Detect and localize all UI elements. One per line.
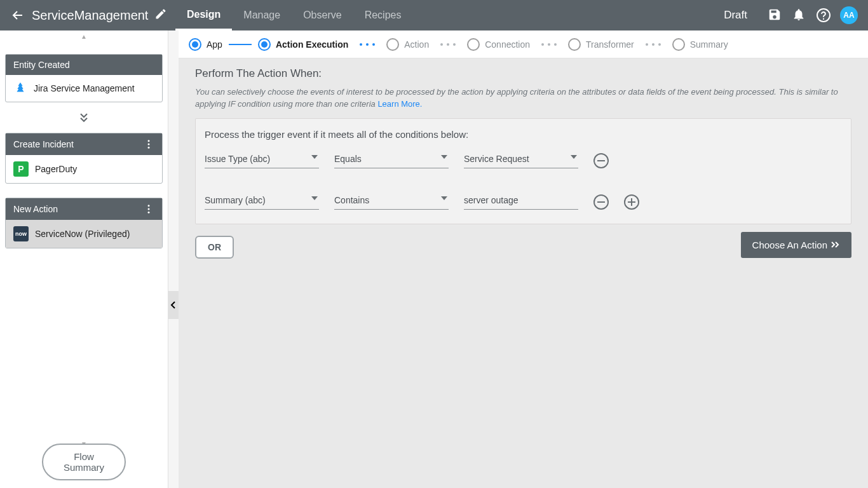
- dropdown-caret-icon: [571, 155, 577, 159]
- svg-point-4: [148, 205, 150, 207]
- step-action-execution[interactable]: Action Execution: [258, 38, 348, 51]
- value-value: Service Request: [464, 151, 578, 168]
- workflow-title: ServiceManagement: [32, 8, 148, 23]
- conditions-box: Process the trigger event if it meets al…: [195, 118, 851, 224]
- step-label: Transformer: [586, 39, 634, 50]
- conditions-title: Process the trigger event if it meets al…: [205, 129, 842, 140]
- menu-dots-icon[interactable]: [143, 139, 154, 150]
- dropdown-caret-icon: [311, 155, 318, 159]
- choose-action-label: Choose An Action: [752, 240, 827, 250]
- flow-card-header: Create Incident: [6, 133, 162, 155]
- jira-icon: [13, 81, 27, 95]
- flow-card-title: Create Incident: [13, 139, 74, 149]
- help-icon[interactable]: [816, 8, 831, 23]
- step-summary[interactable]: Summary: [672, 38, 728, 51]
- step-label: Action Execution: [276, 39, 348, 50]
- flow-card-app: ServiceNow (Privileged): [35, 229, 130, 239]
- content-area: App Action Execution Action Connection T…: [179, 30, 868, 488]
- value-input[interactable]: [464, 193, 578, 210]
- remove-row-button[interactable]: [593, 153, 609, 168]
- step-connector-line: [229, 44, 252, 45]
- choose-action-button[interactable]: Choose An Action: [741, 232, 851, 258]
- step-transformer[interactable]: Transformer: [568, 38, 634, 51]
- topbar: ServiceManagement Design Manage Observe …: [0, 0, 868, 30]
- attribute-value: Issue Type (abc): [205, 151, 319, 168]
- double-chevron-right-icon: [831, 241, 840, 248]
- flow-card-app: PagerDuty: [35, 164, 77, 174]
- step-circle-icon: [672, 38, 685, 51]
- back-arrow-icon[interactable]: [10, 8, 25, 23]
- topbar-tabs: Design Manage Observe Recipes: [175, 0, 724, 30]
- flow-card-trigger[interactable]: Entity Created Jira Service Management: [5, 54, 163, 102]
- scroll-up-arrow-icon[interactable]: ▲: [0, 30, 168, 43]
- step-label: Connection: [485, 39, 530, 50]
- step-label: Action: [404, 39, 429, 50]
- flow-card-new-action[interactable]: New Action now ServiceNow (Privileged): [5, 198, 163, 248]
- flow-summary-button[interactable]: Flow Summary: [42, 444, 126, 480]
- step-app[interactable]: App: [189, 38, 222, 51]
- chevron-down-icon: [5, 102, 163, 133]
- edit-icon[interactable]: [154, 8, 170, 23]
- flow-card-body: P PagerDuty: [6, 155, 162, 183]
- save-icon[interactable]: [768, 8, 783, 23]
- condition-row: Issue Type (abc) Equals Service Request: [205, 151, 842, 168]
- svg-point-3: [148, 147, 150, 149]
- condition-row: Summary (abc) Contains: [205, 193, 842, 210]
- operator-dropdown[interactable]: Equals: [334, 151, 449, 168]
- flow-card-header: Entity Created: [6, 55, 162, 75]
- workflow-status: Draft: [724, 9, 747, 22]
- bell-icon[interactable]: [792, 8, 807, 23]
- remove-row-button[interactable]: [593, 194, 609, 210]
- sidebar: ▲ Entity Created Jira Service Management: [0, 30, 168, 488]
- step-circle-icon: [467, 38, 480, 51]
- step-circle-icon: [258, 38, 271, 51]
- attribute-value: Summary (abc): [205, 193, 319, 209]
- svg-rect-8: [597, 201, 605, 203]
- panel-heading: Perform The Action When:: [195, 67, 851, 80]
- step-connector-dots: [355, 43, 380, 46]
- svg-point-1: [148, 140, 150, 142]
- step-label: App: [207, 39, 222, 50]
- tab-design[interactable]: Design: [175, 0, 232, 30]
- tab-manage[interactable]: Manage: [232, 0, 292, 30]
- step-connector-dots: [536, 43, 562, 46]
- attribute-dropdown[interactable]: Issue Type (abc): [205, 151, 319, 168]
- step-connector-dots: [435, 43, 461, 46]
- operator-value: Equals: [334, 151, 449, 168]
- dropdown-caret-icon: [311, 196, 318, 200]
- svg-point-2: [148, 144, 150, 146]
- add-row-button[interactable]: [624, 194, 639, 210]
- main-layout: ▲ Entity Created Jira Service Management: [0, 30, 868, 488]
- step-circle-icon: [386, 38, 399, 51]
- flow-card-action[interactable]: Create Incident P PagerDuty: [5, 133, 163, 184]
- step-circle-icon: [568, 38, 581, 51]
- flow-card-body: now ServiceNow (Privileged): [6, 220, 162, 248]
- flow-card-app: Jira Service Management: [34, 83, 135, 93]
- flow-card-title: Entity Created: [13, 60, 70, 70]
- svg-point-6: [148, 212, 150, 214]
- menu-dots-icon[interactable]: [143, 203, 154, 215]
- value-dropdown[interactable]: Service Request: [464, 151, 578, 168]
- attribute-dropdown[interactable]: Summary (abc): [205, 193, 319, 210]
- avatar[interactable]: AA: [840, 6, 858, 24]
- panel: Perform The Action When: You can selecti…: [179, 58, 868, 268]
- helper-text: You can selectively choose the events of…: [195, 87, 838, 109]
- or-button[interactable]: OR: [195, 236, 234, 259]
- step-action[interactable]: Action: [386, 38, 429, 51]
- dropdown-caret-icon: [441, 196, 447, 200]
- tab-observe[interactable]: Observe: [292, 0, 353, 30]
- operator-value: Contains: [334, 193, 449, 209]
- tab-recipes[interactable]: Recipes: [353, 0, 413, 30]
- collapse-sidebar-button[interactable]: [168, 291, 179, 319]
- topbar-left: ServiceManagement: [10, 8, 175, 23]
- operator-dropdown[interactable]: Contains: [334, 193, 449, 210]
- topbar-right: Draft AA: [724, 6, 858, 24]
- step-connection[interactable]: Connection: [467, 38, 530, 51]
- step-bar: App Action Execution Action Connection T…: [179, 30, 868, 58]
- svg-point-5: [148, 208, 150, 210]
- flow-card-title: New Action: [13, 204, 58, 214]
- svg-rect-7: [597, 160, 605, 161]
- learn-more-link[interactable]: Learn More.: [377, 99, 422, 109]
- splitter: [168, 30, 179, 488]
- dropdown-caret-icon: [441, 155, 447, 159]
